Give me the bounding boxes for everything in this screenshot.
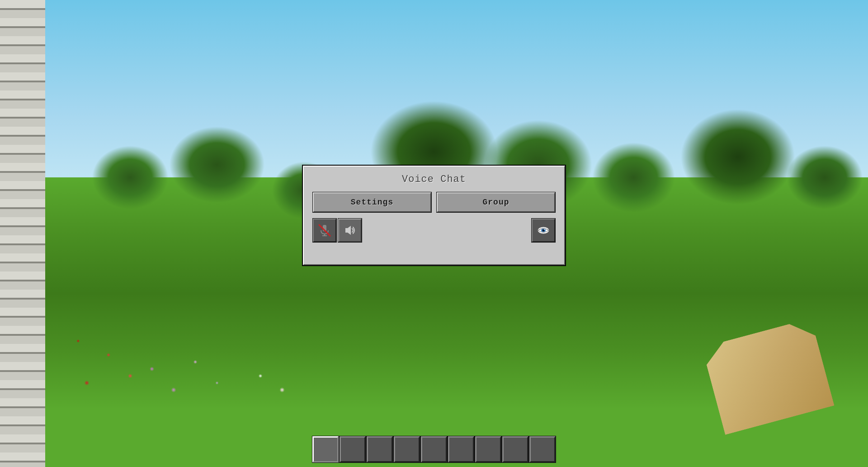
mic-muted-icon [317,223,332,238]
eye-icon [536,223,551,238]
hotbar-slot-3[interactable] [367,436,393,462]
hotbar-slot-5[interactable] [421,436,447,462]
group-button[interactable]: Group [437,192,555,212]
svg-point-8 [544,229,545,230]
hotbar-slot-1[interactable] [312,436,339,462]
hotbar-slot-4[interactable] [394,436,420,462]
voice-chat-dialog: Voice Chat Settings Group [303,166,565,265]
hotbar-slot-9[interactable] [529,436,556,462]
hotbar-slot-6[interactable] [448,436,474,462]
mute-mic-button[interactable] [313,219,336,242]
hotbar-slot-2[interactable] [340,436,366,462]
speaker-icon [343,223,357,238]
main-buttons-row: Settings Group [313,192,555,212]
hotbar-slot-7[interactable] [475,436,501,462]
icons-row [313,219,555,242]
speaker-button[interactable] [338,219,362,242]
svg-marker-4 [345,226,351,235]
dialog-overlay: Voice Chat Settings Group [0,0,868,467]
settings-button[interactable]: Settings [313,192,431,212]
dialog-title: Voice Chat [313,174,555,185]
hotbar [312,436,556,462]
hotbar-slot-8[interactable] [502,436,528,462]
visibility-button[interactable] [532,219,555,242]
